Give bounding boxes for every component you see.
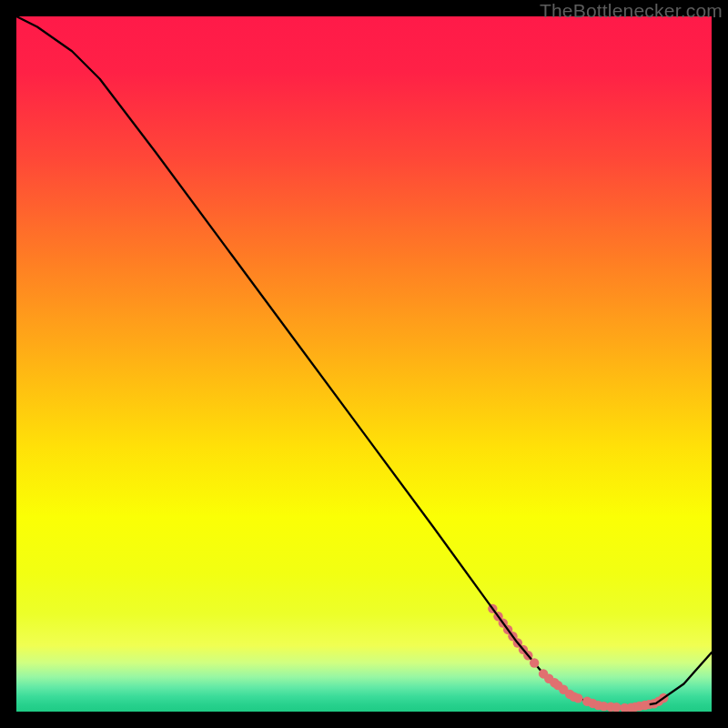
bottleneck-plot (16, 16, 712, 712)
chart-frame: TheBottlenecker.com (0, 0, 728, 728)
marker-dot (573, 693, 582, 703)
marker-dot (612, 703, 621, 712)
watermark-text: TheBottlenecker.com (540, 0, 723, 22)
chart-svg (16, 16, 712, 712)
marker-dot (530, 658, 539, 667)
marker-dot (640, 701, 649, 710)
gradient-background (16, 16, 712, 712)
